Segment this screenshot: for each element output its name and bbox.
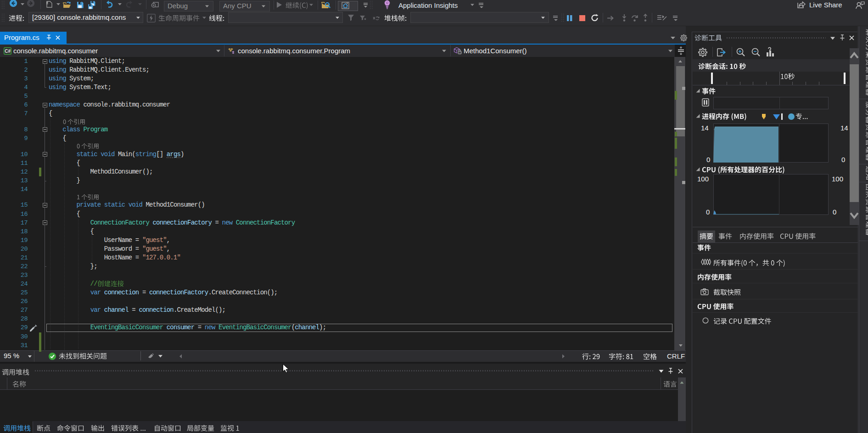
svg-text:C#: C# (5, 49, 11, 54)
